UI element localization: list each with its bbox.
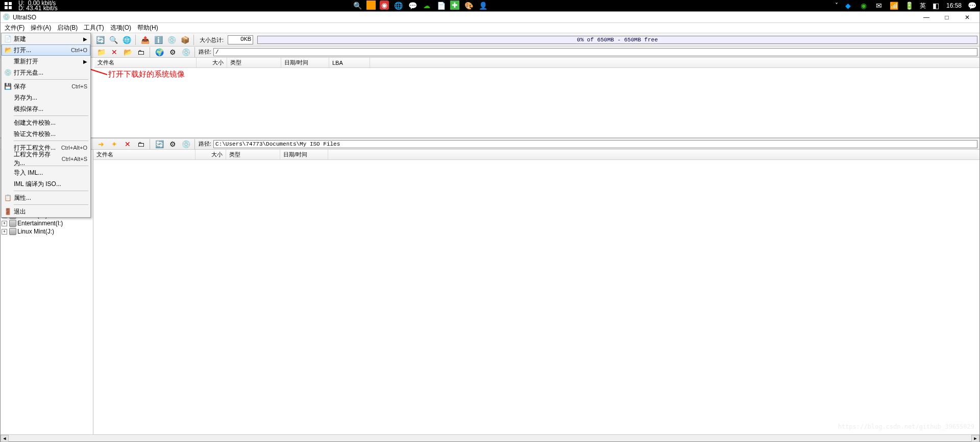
scroll-left-button[interactable]: ◄ <box>1 435 9 442</box>
star-icon[interactable]: ✦ <box>109 138 120 150</box>
close-button[interactable]: ✕ <box>957 12 977 23</box>
menu-item-label: 验证文件校验... <box>14 130 56 138</box>
svg-rect-1 <box>9 2 12 5</box>
tray-icon[interactable]: ✉ <box>874 1 884 11</box>
column-header[interactable]: LBA <box>329 58 370 67</box>
menu-item[interactable]: 导入 IML... <box>2 167 90 178</box>
delete-icon[interactable]: ✕ <box>122 138 133 150</box>
local-path-field[interactable] <box>213 140 977 148</box>
notification-icon[interactable]: 💬 <box>967 1 977 11</box>
column-header[interactable]: 类型 <box>226 150 280 159</box>
minimize-button[interactable]: — <box>916 12 937 23</box>
chrome-icon[interactable]: 🌐 <box>393 1 403 11</box>
app-icon[interactable]: ☁ <box>422 1 432 11</box>
column-header[interactable]: 大小 <box>197 58 227 67</box>
menu-item[interactable]: 工程文件另存为...Ctrl+Alt+S <box>2 153 90 165</box>
find-icon[interactable]: 🔍 <box>108 34 119 45</box>
menu-item[interactable]: 💾保存Ctrl+S <box>2 81 90 92</box>
iso-path-field[interactable] <box>213 48 977 56</box>
folder-icon[interactable]: 🗀 <box>135 46 146 58</box>
system-tray: ˅ ◆ ◉ ✉ 📶 🔋 英 ◧ 16:58 💬 <box>835 1 977 11</box>
file-icon[interactable]: 📄 <box>436 1 446 11</box>
compress-icon[interactable]: 📦 <box>179 34 190 45</box>
info-icon[interactable]: ℹ️ <box>153 34 164 45</box>
tree-item-label: Entertainment(I:) <box>17 220 63 227</box>
window-title: UltraISO <box>11 14 916 21</box>
tree-toggle-icon[interactable]: + <box>2 229 7 235</box>
globe-icon[interactable]: 🌐 <box>121 34 132 45</box>
local-file-list[interactable]: https://blog.csdn.net/github_39655029 <box>93 160 979 434</box>
menu-shortcut: Ctrl+Alt+S <box>62 156 87 162</box>
menu-item-label: 模拟保存... <box>14 105 43 113</box>
menu-item[interactable]: IML 编译为 ISO... <box>2 178 90 190</box>
menu-item-icon: 🚪 <box>4 207 12 216</box>
menu-item[interactable]: 🚪退出 <box>2 206 90 217</box>
menu-item[interactable]: 💿打开光盘... <box>2 67 90 78</box>
palette-icon[interactable]: 🎨 <box>463 1 474 11</box>
menu-item[interactable]: 📋属性... <box>2 192 90 203</box>
menu-action[interactable]: 操作(A) <box>28 22 54 33</box>
menu-item-label: 重新打开 <box>14 57 38 66</box>
column-header[interactable]: 大小 <box>195 150 226 159</box>
maximize-button[interactable]: □ <box>937 12 957 23</box>
column-header[interactable]: 文件名 <box>93 150 195 159</box>
horizontal-scrollbar[interactable]: ◄ ► <box>1 434 979 441</box>
tray-icon[interactable]: ◧ <box>931 1 941 11</box>
menu-item[interactable]: 另存为... <box>2 92 90 103</box>
puzzle-icon[interactable]: ✚ <box>450 1 459 10</box>
clock[interactable]: 16:58 <box>946 2 962 9</box>
wifi-icon[interactable]: 📶 <box>889 1 899 11</box>
search-icon[interactable]: 🔍 <box>352 1 362 11</box>
gear-icon[interactable]: ⚙ <box>167 138 178 150</box>
column-header[interactable]: 类型 <box>227 58 281 67</box>
menu-item[interactable]: 验证文件校验... <box>2 128 90 139</box>
globe-icon[interactable]: 🌍 <box>154 46 165 58</box>
tree-item[interactable]: + Entertainment(I:) <box>1 219 93 227</box>
column-header[interactable]: 日期/时间 <box>280 150 328 159</box>
gear-icon[interactable]: ⚙ <box>167 46 178 58</box>
menu-help[interactable]: 帮助(H) <box>134 22 161 33</box>
menu-item[interactable]: 模拟保存... <box>2 103 90 114</box>
tray-icon[interactable]: ◆ <box>843 1 853 11</box>
titlebar[interactable]: 💿 UltraISO — □ ✕ <box>1 12 979 23</box>
column-header[interactable]: 文件名 <box>94 58 197 67</box>
menu-boot[interactable]: 启动(B) <box>54 22 81 33</box>
column-header[interactable]: 日期/时间 <box>281 58 329 67</box>
menu-separator <box>14 115 88 116</box>
burn-icon[interactable]: 💿 <box>166 34 177 45</box>
folder-up-icon[interactable]: 📂 <box>122 46 133 58</box>
wechat-icon[interactable]: 💬 <box>407 1 418 11</box>
menu-item-label: 退出 <box>14 207 26 216</box>
delete-icon[interactable]: ✕ <box>109 46 120 58</box>
tree-toggle-icon[interactable]: + <box>2 221 7 226</box>
menu-file[interactable]: 文件(F) <box>2 22 28 33</box>
menubar: 文件(F) 操作(A) 启动(B) 工具(T) 选项(O) 帮助(H) <box>1 23 979 33</box>
menu-item[interactable]: 重新打开▶ <box>2 56 90 67</box>
menu-shortcut: Ctrl+S <box>71 83 87 89</box>
menu-item[interactable]: 📄新建▶ <box>2 33 90 44</box>
folder-new-icon[interactable]: 📁 <box>95 46 107 58</box>
submenu-arrow-icon: ▶ <box>83 59 87 64</box>
tray-icon[interactable]: ◉ <box>859 1 869 11</box>
tree-item[interactable]: + Linux Mint(J:) <box>1 227 93 236</box>
app-icon[interactable]: ◉ <box>380 1 389 10</box>
app-icon[interactable] <box>366 1 376 10</box>
menu-tools[interactable]: 工具(T) <box>81 22 107 33</box>
refresh-icon[interactable]: 🔄 <box>154 138 165 150</box>
refresh-icon[interactable]: 🔄 <box>94 34 106 45</box>
extract-icon[interactable]: 📤 <box>139 34 151 45</box>
battery-icon[interactable]: 🔋 <box>904 1 915 11</box>
scroll-right-button[interactable]: ► <box>971 435 979 442</box>
folder-icon[interactable]: 🗀 <box>135 138 146 150</box>
menu-item-label: 新建 <box>14 35 26 43</box>
menu-item[interactable]: 📂打开...Ctrl+O <box>2 44 90 56</box>
avatar-icon[interactable]: 👤 <box>478 1 488 11</box>
start-button[interactable] <box>3 1 13 11</box>
disc-icon[interactable]: 💿 <box>180 138 191 150</box>
menu-item[interactable]: 创建文件校验... <box>2 117 90 128</box>
disc-icon[interactable]: 💿 <box>180 46 191 58</box>
ime-indicator[interactable]: 英 <box>920 2 926 10</box>
add-icon[interactable]: ➜ <box>95 138 107 150</box>
chevron-up-icon[interactable]: ˅ <box>835 2 838 9</box>
menu-options[interactable]: 选项(O) <box>107 22 134 33</box>
